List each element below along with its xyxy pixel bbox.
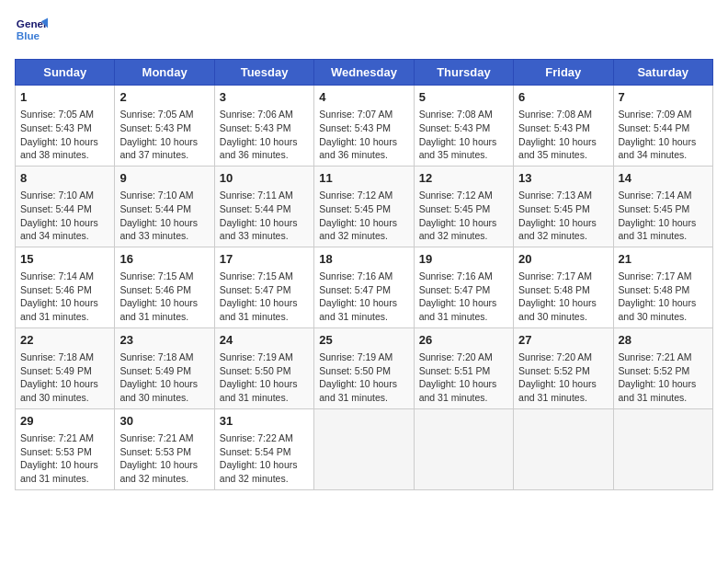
day-info: Sunrise: 7:22 AM Sunset: 5:54 PM Dayligh… [220, 431, 309, 486]
day-info: Sunrise: 7:17 AM Sunset: 5:48 PM Dayligh… [619, 270, 708, 324]
calendar-cell: 16Sunrise: 7:15 AM Sunset: 5:46 PM Dayli… [115, 247, 214, 327]
calendar-cell: 8Sunrise: 7:10 AM Sunset: 5:44 PM Daylig… [16, 166, 115, 247]
day-info: Sunrise: 7:05 AM Sunset: 5:43 PM Dayligh… [20, 108, 109, 162]
day-number: 20 [518, 251, 608, 268]
day-number: 7 [619, 89, 708, 106]
calendar-cell [314, 408, 414, 489]
day-number: 10 [220, 170, 309, 187]
day-info: Sunrise: 7:16 AM Sunset: 5:47 PM Dayligh… [419, 270, 508, 324]
day-info: Sunrise: 7:09 AM Sunset: 5:44 PM Dayligh… [619, 108, 708, 162]
calendar-cell: 14Sunrise: 7:14 AM Sunset: 5:45 PM Dayli… [613, 166, 712, 247]
svg-text:Blue: Blue [17, 29, 40, 41]
weekday-header-saturday: Saturday [613, 60, 712, 86]
day-number: 12 [419, 170, 508, 187]
day-number: 19 [419, 251, 508, 268]
day-info: Sunrise: 7:12 AM Sunset: 5:45 PM Dayligh… [419, 189, 508, 243]
calendar-cell: 2Sunrise: 7:05 AM Sunset: 5:43 PM Daylig… [115, 86, 214, 167]
calendar-cell: 29Sunrise: 7:21 AM Sunset: 5:53 PM Dayli… [16, 408, 115, 489]
day-info: Sunrise: 7:15 AM Sunset: 5:47 PM Dayligh… [220, 270, 309, 324]
day-number: 25 [319, 332, 408, 349]
day-info: Sunrise: 7:12 AM Sunset: 5:45 PM Dayligh… [319, 189, 408, 243]
day-number: 21 [619, 251, 708, 268]
calendar-week-2: 8Sunrise: 7:10 AM Sunset: 5:44 PM Daylig… [16, 166, 713, 247]
day-number: 3 [220, 89, 309, 106]
weekday-header-row: SundayMondayTuesdayWednesdayThursdayFrid… [16, 60, 713, 86]
calendar-cell: 3Sunrise: 7:06 AM Sunset: 5:43 PM Daylig… [214, 86, 313, 167]
calendar-cell: 11Sunrise: 7:12 AM Sunset: 5:45 PM Dayli… [314, 166, 414, 247]
day-number: 11 [319, 170, 408, 187]
day-info: Sunrise: 7:06 AM Sunset: 5:43 PM Dayligh… [220, 108, 309, 162]
calendar-cell: 6Sunrise: 7:08 AM Sunset: 5:43 PM Daylig… [514, 86, 613, 167]
calendar-cell: 21Sunrise: 7:17 AM Sunset: 5:48 PM Dayli… [613, 247, 712, 327]
day-info: Sunrise: 7:13 AM Sunset: 5:45 PM Dayligh… [518, 189, 608, 243]
calendar-cell: 19Sunrise: 7:16 AM Sunset: 5:47 PM Dayli… [414, 247, 513, 327]
day-info: Sunrise: 7:21 AM Sunset: 5:53 PM Dayligh… [20, 431, 109, 486]
calendar-cell: 10Sunrise: 7:11 AM Sunset: 5:44 PM Dayli… [214, 166, 313, 247]
calendar-cell: 12Sunrise: 7:12 AM Sunset: 5:45 PM Dayli… [414, 166, 513, 247]
day-number: 22 [20, 332, 109, 349]
weekday-header-sunday: Sunday [16, 60, 115, 86]
day-info: Sunrise: 7:10 AM Sunset: 5:44 PM Dayligh… [119, 189, 209, 243]
calendar-cell [414, 408, 513, 489]
calendar-header: SundayMondayTuesdayWednesdayThursdayFrid… [16, 60, 713, 86]
day-number: 23 [119, 332, 209, 349]
day-info: Sunrise: 7:11 AM Sunset: 5:44 PM Dayligh… [220, 189, 309, 243]
day-number: 31 [220, 413, 309, 430]
day-info: Sunrise: 7:16 AM Sunset: 5:47 PM Dayligh… [319, 270, 408, 324]
day-number: 29 [20, 413, 109, 430]
calendar-cell: 4Sunrise: 7:07 AM Sunset: 5:43 PM Daylig… [314, 86, 414, 167]
day-number: 13 [518, 170, 608, 187]
calendar-cell: 17Sunrise: 7:15 AM Sunset: 5:47 PM Dayli… [214, 247, 313, 327]
calendar-cell: 18Sunrise: 7:16 AM Sunset: 5:47 PM Dayli… [314, 247, 414, 327]
calendar-cell: 23Sunrise: 7:18 AM Sunset: 5:49 PM Dayli… [115, 327, 214, 408]
day-info: Sunrise: 7:07 AM Sunset: 5:43 PM Dayligh… [319, 108, 408, 162]
weekday-header-monday: Monday [115, 60, 214, 86]
calendar-cell: 1Sunrise: 7:05 AM Sunset: 5:43 PM Daylig… [16, 86, 115, 167]
day-info: Sunrise: 7:17 AM Sunset: 5:48 PM Dayligh… [518, 270, 608, 324]
day-number: 28 [619, 332, 708, 349]
logo: General Blue [15, 15, 48, 48]
calendar-cell: 31Sunrise: 7:22 AM Sunset: 5:54 PM Dayli… [214, 408, 313, 489]
day-info: Sunrise: 7:19 AM Sunset: 5:50 PM Dayligh… [319, 350, 408, 405]
day-number: 14 [619, 170, 708, 187]
day-number: 27 [518, 332, 608, 349]
day-number: 2 [119, 89, 209, 106]
calendar-cell: 5Sunrise: 7:08 AM Sunset: 5:43 PM Daylig… [414, 86, 513, 167]
calendar-cell: 7Sunrise: 7:09 AM Sunset: 5:44 PM Daylig… [613, 86, 712, 167]
calendar-cell: 22Sunrise: 7:18 AM Sunset: 5:49 PM Dayli… [16, 327, 115, 408]
calendar-cell: 25Sunrise: 7:19 AM Sunset: 5:50 PM Dayli… [314, 327, 414, 408]
weekday-header-friday: Friday [514, 60, 613, 86]
calendar-cell: 20Sunrise: 7:17 AM Sunset: 5:48 PM Dayli… [514, 247, 613, 327]
day-info: Sunrise: 7:10 AM Sunset: 5:44 PM Dayligh… [20, 189, 109, 243]
day-number: 30 [119, 413, 209, 430]
calendar-week-4: 22Sunrise: 7:18 AM Sunset: 5:49 PM Dayli… [16, 327, 713, 408]
logo-icon: General Blue [15, 15, 48, 48]
day-number: 5 [419, 89, 508, 106]
calendar-cell [514, 408, 613, 489]
calendar-week-5: 29Sunrise: 7:21 AM Sunset: 5:53 PM Dayli… [16, 408, 713, 489]
day-number: 15 [20, 251, 109, 268]
day-info: Sunrise: 7:05 AM Sunset: 5:43 PM Dayligh… [119, 108, 209, 162]
calendar-week-3: 15Sunrise: 7:14 AM Sunset: 5:46 PM Dayli… [16, 247, 713, 327]
calendar-cell: 30Sunrise: 7:21 AM Sunset: 5:53 PM Dayli… [115, 408, 214, 489]
day-info: Sunrise: 7:08 AM Sunset: 5:43 PM Dayligh… [419, 108, 508, 162]
calendar-cell: 26Sunrise: 7:20 AM Sunset: 5:51 PM Dayli… [414, 327, 513, 408]
day-number: 26 [419, 332, 508, 349]
day-info: Sunrise: 7:08 AM Sunset: 5:43 PM Dayligh… [518, 108, 608, 162]
header: General Blue [15, 15, 713, 48]
calendar-cell: 13Sunrise: 7:13 AM Sunset: 5:45 PM Dayli… [514, 166, 613, 247]
calendar-cell: 27Sunrise: 7:20 AM Sunset: 5:52 PM Dayli… [514, 327, 613, 408]
weekday-header-wednesday: Wednesday [314, 60, 414, 86]
day-info: Sunrise: 7:15 AM Sunset: 5:46 PM Dayligh… [119, 270, 209, 324]
day-info: Sunrise: 7:21 AM Sunset: 5:53 PM Dayligh… [119, 431, 209, 486]
weekday-header-thursday: Thursday [414, 60, 513, 86]
calendar-cell: 28Sunrise: 7:21 AM Sunset: 5:52 PM Dayli… [613, 327, 712, 408]
calendar-body: 1Sunrise: 7:05 AM Sunset: 5:43 PM Daylig… [16, 86, 713, 490]
day-info: Sunrise: 7:19 AM Sunset: 5:50 PM Dayligh… [220, 350, 309, 405]
day-info: Sunrise: 7:18 AM Sunset: 5:49 PM Dayligh… [20, 350, 109, 405]
day-number: 6 [518, 89, 608, 106]
svg-text:General: General [17, 17, 48, 29]
day-info: Sunrise: 7:20 AM Sunset: 5:52 PM Dayligh… [518, 350, 608, 405]
day-number: 9 [119, 170, 209, 187]
day-info: Sunrise: 7:14 AM Sunset: 5:46 PM Dayligh… [20, 270, 109, 324]
